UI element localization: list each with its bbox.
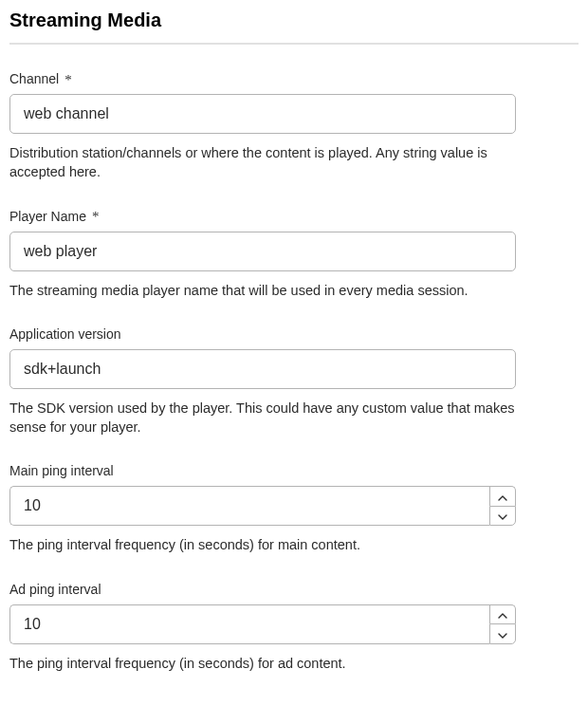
section-divider <box>9 43 579 45</box>
player-name-label-text: Player Name <box>9 209 86 224</box>
stepper-buttons <box>489 604 516 644</box>
main-ping-interval-stepper <box>9 486 516 526</box>
ad-ping-interval-stepper <box>9 604 516 644</box>
chevron-down-icon <box>498 627 507 641</box>
main-ping-step-down-button[interactable] <box>489 506 516 527</box>
channel-help: Distribution station/channels or where t… <box>9 143 522 182</box>
app-version-label-text: Application version <box>9 326 121 342</box>
field-app-version: Application version The SDK version used… <box>9 326 579 437</box>
chevron-down-icon <box>498 509 507 523</box>
ad-ping-step-up-button[interactable] <box>489 604 516 624</box>
player-name-input[interactable] <box>9 232 516 271</box>
main-ping-interval-label: Main ping interval <box>9 463 579 478</box>
section-title: Streaming Media <box>9 9 579 31</box>
ad-ping-interval-label-text: Ad ping interval <box>9 582 101 597</box>
chevron-up-icon <box>498 490 507 504</box>
app-version-label: Application version <box>9 326 579 342</box>
channel-label-text: Channel <box>9 71 59 86</box>
required-asterisk: * <box>64 73 72 87</box>
chevron-up-icon <box>498 607 507 622</box>
app-version-help: The SDK version used by the player. This… <box>9 399 522 437</box>
channel-label: Channel * <box>9 71 579 86</box>
stepper-buttons <box>489 486 516 526</box>
player-name-help: The streaming media player name that wil… <box>9 281 522 300</box>
ad-ping-interval-label: Ad ping interval <box>9 582 579 597</box>
main-ping-step-up-button[interactable] <box>489 486 516 506</box>
main-ping-interval-help: The ping interval frequency (in seconds)… <box>9 535 522 554</box>
required-asterisk: * <box>92 210 100 224</box>
ad-ping-interval-help: The ping interval frequency (in seconds)… <box>9 654 522 673</box>
field-channel: Channel * Distribution station/channels … <box>9 71 579 182</box>
ad-ping-step-down-button[interactable] <box>489 623 516 644</box>
main-ping-interval-label-text: Main ping interval <box>9 463 114 478</box>
player-name-label: Player Name * <box>9 209 579 224</box>
ad-ping-interval-input[interactable] <box>9 604 489 644</box>
app-version-input[interactable] <box>9 349 516 389</box>
channel-input[interactable] <box>9 94 516 134</box>
main-ping-interval-input[interactable] <box>9 486 489 526</box>
field-ad-ping-interval: Ad ping interval The ping interval frequ… <box>9 582 579 673</box>
field-main-ping-interval: Main ping interval The ping interval fre… <box>9 463 579 554</box>
field-player-name: Player Name * The streaming media player… <box>9 209 579 300</box>
